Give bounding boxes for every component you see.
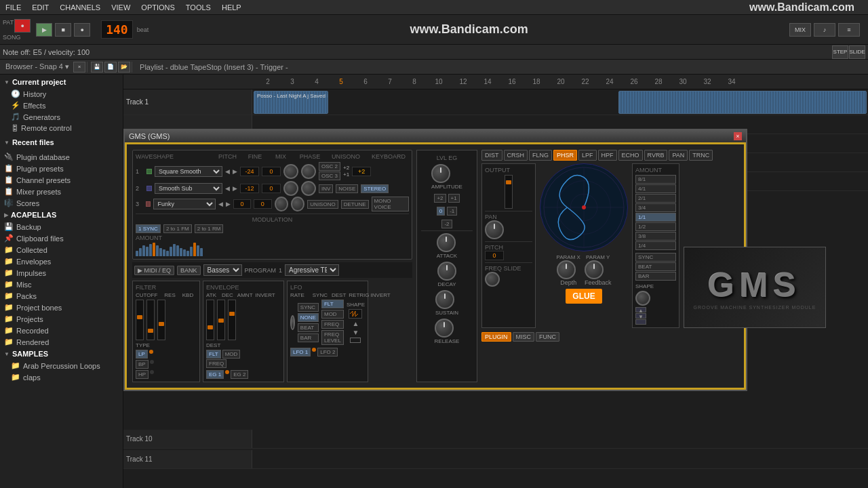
inv-btn[interactable]: INV (319, 184, 333, 193)
sidebar-scores[interactable]: 🎼 Scores (0, 197, 123, 209)
menu-options[interactable]: OPTIONS (136, 2, 180, 13)
kbd-slider[interactable] (157, 300, 165, 340)
voices-p2-btn[interactable]: +2 (434, 194, 446, 203)
bar-lfo-section-btn[interactable]: BAR (635, 272, 676, 281)
sidebar-plugin-database[interactable]: 🔌 Plugin database (0, 151, 123, 163)
gms-title-bar[interactable]: GMS (GMS) × (125, 130, 746, 142)
sidebar-claps[interactable]: 📁 claps (0, 371, 123, 383)
lfo1-btn[interactable]: LFO 1 (290, 348, 311, 357)
mixer-btn[interactable]: MIX (789, 23, 811, 37)
eg1-btn[interactable]: EG 1 (206, 370, 224, 379)
detune-btn[interactable]: DETUNE (341, 200, 369, 209)
menu-file[interactable]: FILE (0, 2, 26, 13)
track-1-clip-right[interactable] (618, 91, 867, 114)
flng-btn[interactable]: FLNG (529, 150, 552, 161)
dest-mod-btn[interactable]: MOD (222, 350, 241, 359)
decay-knob[interactable] (437, 262, 456, 281)
sidebar-item-remote-control[interactable]: 🎛 Remote control (0, 123, 123, 134)
new-btn[interactable]: 📄 (104, 62, 117, 73)
cutoff-slider[interactable] (136, 300, 144, 340)
param-x-knob[interactable] (557, 260, 576, 279)
lfo-1-4[interactable]: 1/4 (635, 241, 676, 250)
lfo-bar-btn[interactable]: BAR (298, 333, 319, 342)
lp-btn[interactable]: LP (136, 350, 148, 359)
misc-tab[interactable]: MISC (513, 332, 535, 342)
lpf-btn[interactable]: LPF (578, 150, 597, 161)
sidebar-plugin-presets[interactable]: 📋 Plugin presets (0, 163, 123, 174)
freq-slide-knob[interactable] (485, 272, 500, 287)
shape-up-btn[interactable]: ▲ (352, 320, 359, 327)
lfo-dest-freq-btn[interactable]: FREQ (321, 320, 344, 329)
rvrb-btn[interactable]: RVRB (644, 150, 668, 161)
sidebar-envelopes[interactable]: 📁 Envelopes (0, 256, 123, 267)
sidebar-samples[interactable]: ▼ SAMPLES (0, 348, 123, 360)
osc2-arrow-r[interactable]: ▶ (233, 185, 237, 192)
close-browser-btn[interactable]: × (73, 62, 85, 73)
slide-btn[interactable]: SLIDE (849, 45, 865, 59)
osc2-arrow-l[interactable]: ◀ (225, 185, 230, 192)
voices-m2-btn[interactable]: -2 (441, 220, 452, 228)
step-btn[interactable]: STEP (832, 45, 848, 59)
sidebar-impulses[interactable]: 📁 Impulses (0, 267, 123, 279)
track-1-clip[interactable]: Posso - Last Night A j Saved My Life (DJ… (254, 91, 328, 114)
lfo-1-1[interactable]: 1/1 (635, 213, 676, 222)
pan-btn[interactable]: PAN (669, 150, 688, 161)
midi-eq-btn[interactable]: ▶ MIDI / EQ (134, 266, 174, 275)
osc1-phase-knob[interactable] (301, 164, 316, 179)
osc3-phase-knob3[interactable] (291, 197, 304, 211)
mod-2to1rm-btn[interactable]: 2 to 1 RM (195, 224, 224, 233)
plugin-tab[interactable]: PLUGIN (481, 332, 511, 342)
sync-lfo-section-btn[interactable]: SYNC (635, 253, 676, 262)
amplitude-knob[interactable] (431, 164, 450, 183)
sidebar-project-bones[interactable]: 📁 Project bones (0, 302, 123, 313)
menu-edit[interactable]: EDIT (26, 2, 54, 13)
unisono-btn[interactable]: UNISONO (307, 200, 338, 209)
env-atk-slider[interactable] (206, 300, 214, 340)
lfo-sync-btn[interactable]: SYNC (298, 303, 319, 312)
lfo-1-2[interactable]: 1/2 (635, 222, 676, 231)
gms-close-btn[interactable]: × (734, 132, 742, 140)
lfo-8-1[interactable]: 8/1 (635, 175, 676, 184)
sidebar-misc[interactable]: 📁 Misc (0, 279, 123, 290)
track-1-content[interactable]: Posso - Last Night A j Saved My Life (DJ… (252, 89, 868, 115)
hpf-btn[interactable]: HPF (598, 150, 617, 161)
osc3-mix-knob[interactable] (275, 197, 288, 211)
program-select[interactable]: Agressive TE (285, 264, 339, 276)
pan-knob[interactable] (485, 220, 504, 239)
beat-lfo-section-btn[interactable]: BEAT (635, 262, 676, 271)
lfo-beat-btn[interactable]: BEAT (298, 323, 319, 332)
osc2-wave-select[interactable]: Smooth Sub (155, 183, 222, 194)
sync-mod-btn[interactable]: 1 SYNC (136, 224, 161, 233)
voices-0-btn[interactable]: 0 (437, 207, 445, 216)
shape-up-arrow[interactable]: ▲ (635, 307, 646, 312)
save-btn[interactable]: 💾 (91, 62, 103, 73)
shape-square-btn[interactable] (350, 338, 361, 343)
sidebar-channel-presets[interactable]: 📋 Channel presets (0, 174, 123, 186)
lfo-none-btn[interactable]: NONE (298, 313, 319, 322)
release-knob[interactable] (435, 319, 454, 338)
menu-channels[interactable]: CHANNELS (54, 2, 106, 13)
lfo-dest-flt-btn[interactable]: FLT (321, 300, 344, 308)
echo-btn[interactable]: ECHO (618, 150, 643, 161)
osc2-phase-knob2[interactable] (301, 181, 316, 196)
record-btn[interactable]: ● (14, 19, 31, 33)
lfo-3-8[interactable]: 3/8 (635, 232, 676, 241)
shape-down-arrow[interactable]: ▼ (635, 313, 646, 319)
mod-2to1fm-btn[interactable]: 2 to 1 FM (163, 224, 192, 233)
menu-view[interactable]: VIEW (106, 2, 136, 13)
sidebar-recent-files[interactable]: ▼ Recent files (0, 136, 123, 148)
dest-freq-btn[interactable]: FREQ (206, 359, 226, 368)
bank-btn[interactable]: BANK (177, 266, 201, 275)
sidebar-item-generators[interactable]: 🎵 Generators (0, 111, 123, 123)
voices-m1-btn[interactable]: -1 (447, 207, 457, 216)
sustain-knob[interactable] (435, 290, 454, 309)
mono-voice-btn[interactable]: MONO VOICE (372, 197, 409, 211)
record-btn2[interactable]: ● (74, 23, 90, 37)
lfo-3-4[interactable]: 3/4 (635, 203, 676, 212)
sidebar-collected[interactable]: 📁 Collected (0, 244, 123, 256)
env-dec-slider[interactable] (217, 300, 225, 340)
bp-btn[interactable]: BP (136, 360, 149, 369)
sidebar-packs[interactable]: 📁 Packs (0, 290, 123, 302)
noise-btn[interactable]: NOISE (336, 184, 358, 193)
attack-knob[interactable] (437, 233, 456, 252)
